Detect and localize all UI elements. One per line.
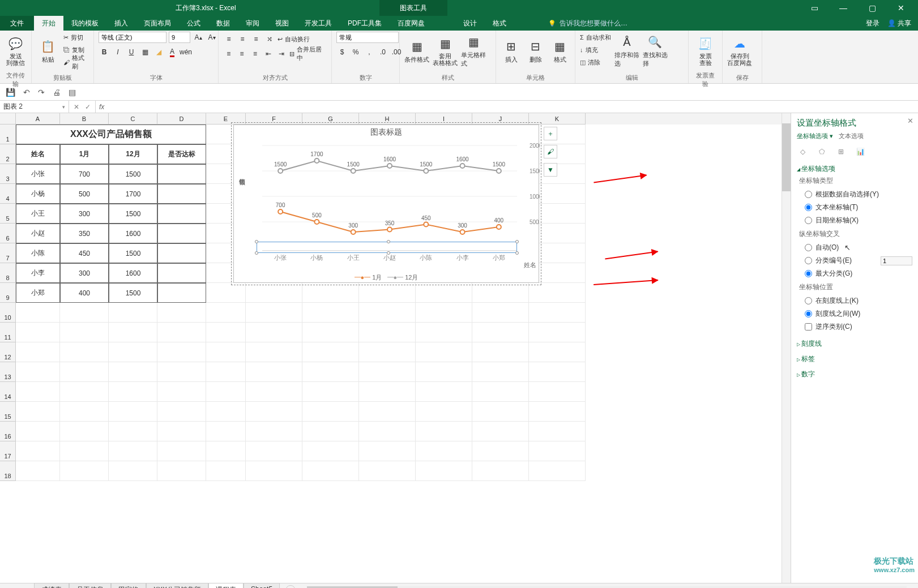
merge-center-button[interactable]: ⊟合并后居中 xyxy=(289,48,327,59)
align-right-button[interactable]: ≡ xyxy=(250,48,261,59)
cell[interactable] xyxy=(206,283,246,303)
ribbon-options-icon[interactable]: ▭ xyxy=(804,3,825,12)
number-format-selector[interactable] xyxy=(336,32,399,43)
table-format-button[interactable]: ▦套用 表格格式 xyxy=(433,32,458,70)
comma-format-button[interactable]: , xyxy=(364,46,375,58)
category-num-input[interactable] xyxy=(881,256,912,265)
cell[interactable] xyxy=(529,323,586,342)
cell[interactable] xyxy=(302,283,359,303)
clear-button[interactable]: ◫清除 xyxy=(580,57,611,68)
cell[interactable]: 12月 xyxy=(109,144,157,164)
cell[interactable]: 姓名 xyxy=(16,144,60,164)
cell[interactable] xyxy=(529,422,586,441)
align-middle-button[interactable]: ≡ xyxy=(237,33,248,45)
panel-close-button[interactable]: ✕ xyxy=(907,117,913,125)
restore-button[interactable]: ▢ xyxy=(862,3,882,12)
cell[interactable] xyxy=(60,441,109,461)
row-header[interactable]: 11 xyxy=(0,323,16,342)
sheet-tab[interactable]: Sheet5 xyxy=(244,583,280,589)
cell[interactable]: 小陈 xyxy=(16,243,60,263)
chart-elements-button[interactable]: ＋ xyxy=(544,127,557,140)
cell[interactable]: 1700 xyxy=(109,184,157,204)
cell[interactable] xyxy=(16,382,60,402)
scrollbar-thumb[interactable] xyxy=(782,123,791,191)
cell[interactable]: XXX公司产品销售额 xyxy=(16,125,206,144)
cell[interactable] xyxy=(246,362,302,382)
cell[interactable] xyxy=(359,461,416,481)
invoice-button[interactable]: 🧾发票 查验 xyxy=(693,32,718,70)
cell[interactable] xyxy=(206,402,246,422)
cell[interactable] xyxy=(302,362,359,382)
row-header[interactable]: 3 xyxy=(0,164,16,184)
size-icon[interactable]: ⊞ xyxy=(835,146,847,157)
cell[interactable] xyxy=(302,382,359,402)
cell[interactable] xyxy=(157,303,206,323)
cell[interactable] xyxy=(109,402,157,422)
cell[interactable] xyxy=(206,303,246,323)
cell[interactable] xyxy=(206,362,246,382)
cell[interactable] xyxy=(246,461,302,481)
cell[interactable]: 1月 xyxy=(60,144,109,164)
cell[interactable] xyxy=(109,323,157,342)
cut-button[interactable]: ✂剪切 xyxy=(63,32,89,43)
cell[interactable] xyxy=(60,382,109,402)
cell[interactable]: 450 xyxy=(60,243,109,263)
align-top-button[interactable]: ≡ xyxy=(223,33,234,45)
row-header[interactable]: 17 xyxy=(0,441,16,461)
cell-styles-button[interactable]: ▦单元格样式 xyxy=(461,32,486,70)
cell[interactable] xyxy=(157,461,206,481)
cell[interactable] xyxy=(16,303,60,323)
tab-home[interactable]: 开始 xyxy=(34,16,63,31)
tab-page-layout[interactable]: 页面布局 xyxy=(136,16,179,31)
cell[interactable] xyxy=(359,382,416,402)
row-header[interactable]: 7 xyxy=(0,243,16,263)
row-header[interactable]: 8 xyxy=(0,263,16,283)
cell[interactable] xyxy=(157,263,206,283)
cell[interactable]: 小杨 xyxy=(16,184,60,204)
column-header[interactable]: H xyxy=(359,113,416,125)
cell[interactable] xyxy=(416,402,472,422)
page-view-icon[interactable]: ▤ xyxy=(69,88,76,97)
share-button[interactable]: 👤 共享 xyxy=(887,19,911,28)
cell[interactable] xyxy=(472,303,529,323)
tab-baidu[interactable]: 百度网盘 xyxy=(390,16,433,31)
cell[interactable] xyxy=(60,323,109,342)
align-left-button[interactable]: ≡ xyxy=(223,48,234,59)
cell[interactable]: 300 xyxy=(60,204,109,224)
opt-cross-max-category[interactable]: 最大分类(G) xyxy=(797,267,912,280)
tab-insert[interactable]: 插入 xyxy=(106,16,136,31)
row-header[interactable]: 18 xyxy=(0,461,16,481)
cell[interactable] xyxy=(16,342,60,362)
cell[interactable] xyxy=(157,402,206,422)
opt-text-axis[interactable]: 文本坐标轴(T) xyxy=(797,201,912,214)
cell[interactable]: 500 xyxy=(60,184,109,204)
save-icon[interactable]: 💾 xyxy=(6,88,15,97)
opt-date-axis[interactable]: 日期坐标轴(X) xyxy=(797,214,912,227)
cell[interactable] xyxy=(16,362,60,382)
column-header[interactable]: G xyxy=(302,113,359,125)
cell[interactable] xyxy=(157,164,206,184)
horizontal-scrollbar[interactable] xyxy=(307,586,907,589)
opt-reverse-category[interactable]: 逆序类别(C) xyxy=(797,320,912,333)
fill-color-button[interactable]: ◢ xyxy=(153,46,164,58)
row-header[interactable]: 16 xyxy=(0,422,16,441)
cell[interactable] xyxy=(302,323,359,342)
cell[interactable] xyxy=(157,362,206,382)
tab-templates[interactable]: 我的模板 xyxy=(63,16,106,31)
cell[interactable] xyxy=(246,283,302,303)
spreadsheet-grid[interactable]: ABCDEFGHIJK 1XXX公司产品销售额2姓名1月12月是否达标3小张70… xyxy=(0,113,791,583)
tab-chart-design[interactable]: 设计 xyxy=(455,16,485,31)
decrease-font-button[interactable]: A▾ xyxy=(206,32,217,43)
cells-delete-button[interactable]: ⊟删除 xyxy=(525,32,546,70)
cell[interactable]: 小赵 xyxy=(16,224,60,243)
cell[interactable] xyxy=(302,422,359,441)
sort-filter-button[interactable]: Å排序和筛选 xyxy=(614,32,639,70)
undo-icon[interactable]: ↶ xyxy=(23,88,30,97)
row-header[interactable]: 4 xyxy=(0,184,16,204)
cell[interactable] xyxy=(416,382,472,402)
cell[interactable] xyxy=(359,402,416,422)
row-header[interactable]: 9 xyxy=(0,283,16,303)
cell[interactable] xyxy=(302,441,359,461)
cell[interactable] xyxy=(302,342,359,362)
cell[interactable]: 1600 xyxy=(109,263,157,283)
